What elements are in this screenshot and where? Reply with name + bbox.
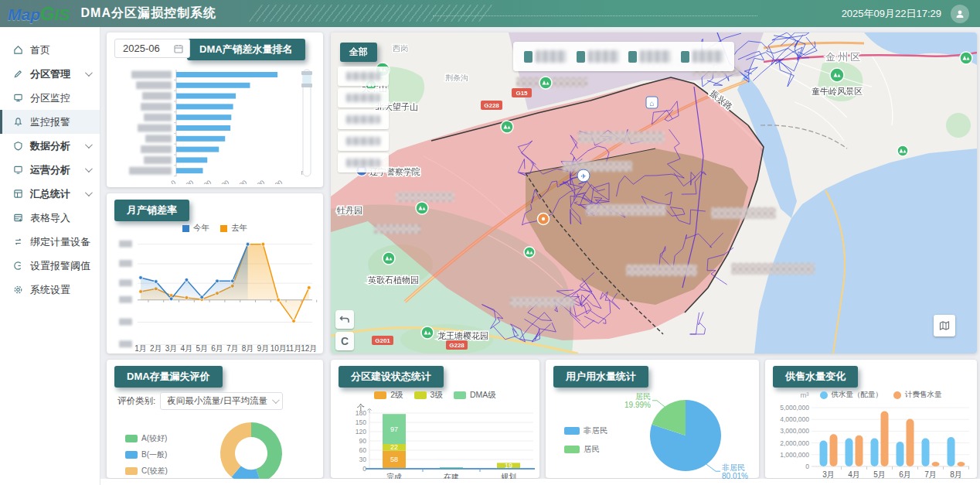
legend-this-year[interactable]: 今年 [182,223,209,234]
sidebar-item-9[interactable]: 设置报警阈值 [0,254,100,278]
map-zone-list-item[interactable] [338,153,389,172]
svg-text:7月: 7月 [924,470,937,479]
svg-text:6月: 6月 [211,344,223,353]
chevron-down-icon [85,69,93,77]
svg-text:1,000,000: 1,000,000 [780,451,809,459]
chevron-down-icon [85,189,93,196]
supply-bar-chart[interactable]: 01,000,0002,000,0003,000,0004,000,0005,0… [768,400,974,483]
gauge-icon [13,261,23,271]
legend-grade-c[interactable]: C(较差) [125,466,168,476]
svg-text:60: 60 [359,446,367,454]
legend-color-block [524,51,533,63]
svg-text:30,000: 30,000 [210,179,231,184]
svg-text:3,000,000: 3,000,000 [780,427,809,435]
sidebar-item-label: 设置报警阈值 [30,259,90,273]
table-icon [13,213,23,223]
gear-icon [13,285,23,295]
sidebar-item-label: 绑定计量设备 [30,235,90,249]
legend-dma[interactable]: DMA级 [454,390,496,401]
map-layers-button[interactable] [934,315,955,336]
map-legend-item [577,50,619,63]
evaluation-type-select[interactable]: 夜间最小流量/日平均流量 [160,392,283,410]
map-zone-list-item[interactable] [338,88,389,108]
legend-color-block [681,51,689,63]
sidebar-item-3[interactable]: 监控报警 [0,110,100,134]
svg-text:金州区: 金州区 [825,51,863,63]
map-canvas[interactable]: 西岗 荆条沟 大牛山 北大望子山 金州区 童牛岭风景区 辽宁警察学院 牡丹园 英… [331,32,977,354]
svg-text:5,000,000: 5,000,000 [780,404,809,412]
map-zone-list-item[interactable] [338,67,389,86]
svg-text:60,000: 60,000 [264,179,284,184]
sidebar-item-2[interactable]: 分区监控 [0,86,100,110]
sidebar-item-4[interactable]: 数据分析 [0,134,100,158]
svg-text:个: 个 [356,403,365,412]
map-zone-list-item[interactable] [338,110,389,129]
svg-text:G201: G201 [375,337,390,344]
month-picker[interactable] [114,39,190,58]
legend-last-year[interactable]: 去年 [220,223,247,234]
monthly-line-chart[interactable]: 1月2月3月4月5月6月7月8月9月10月11月12月 [110,234,320,359]
sidebar-item-5[interactable]: 运营分析 [0,158,100,182]
svg-text:12月: 12月 [301,344,317,353]
svg-text:10,000: 10,000 [175,179,196,184]
map-back-button[interactable] [335,310,354,329]
sidebar-item-8[interactable]: 绑定计量设备 [0,230,100,254]
filter-label: 评价类别: [117,395,155,407]
sidebar-item-0[interactable]: 首页 [0,38,100,62]
map-refresh-button[interactable]: C [335,332,354,350]
sidebar-item-1[interactable]: 分区管理 [0,62,100,86]
map-legend-item [681,50,723,63]
sidebar-item-label: 数据分析 [30,139,70,153]
svg-text:0: 0 [169,179,177,184]
legend-nonresident[interactable]: 非居民 [564,425,608,436]
month-picker-input[interactable] [121,42,169,55]
panel-title: DMA产销差水量排名 [187,39,305,60]
panel-leak-evaluation: DMA存量漏失评价 评价类别: 夜间最小流量/日平均流量 A(较好) B(一般)… [107,360,323,478]
legend-grade-a[interactable]: A(较好) [125,433,168,444]
sidebar-item-6[interactable]: 汇总统计 [0,182,100,206]
footer-strip [100,479,980,485]
svg-text:20,000: 20,000 [192,179,213,184]
svg-text:90: 90 [359,437,367,445]
svg-text:3月: 3月 [165,344,178,353]
bind-icon [13,237,23,247]
sidebar-item-10[interactable]: 系统设置 [0,278,100,302]
leak-donut-chart[interactable] [191,415,307,485]
rank-bar-chart[interactable]: 010,00020,00030,00040,00050,00060,000m³ [110,62,320,184]
svg-text:G228: G228 [484,102,499,109]
sidebar-item-label: 分区管理 [30,67,70,81]
legend-level2[interactable]: 2级 [374,390,403,401]
svg-text:G228: G228 [449,342,464,349]
legend-level3[interactable]: 3级 [414,390,443,401]
datetime-label: 2025年09月22日17:29 [842,7,941,21]
map-panel[interactable]: 西岗 荆条沟 大牛山 北大望子山 金州区 童牛岭风景区 辽宁警察学院 牡丹园 英… [331,32,977,354]
svg-text:97: 97 [390,425,398,433]
undo-icon [339,314,350,325]
map-filter-all-button[interactable]: 全部 [340,43,377,62]
sidebar-item-label: 系统设置 [30,283,70,297]
usage-pie-chart[interactable]: 居民19.99%非居民80.01% [614,388,754,479]
svg-text:龙王塘樱花园: 龙王塘樱花园 [437,331,488,340]
sidebar-item-label: 运营分析 [30,163,70,177]
svg-text:荆条沟: 荆条沟 [445,73,468,82]
sidebar: 首页分区管理分区监控监控报警数据分析运营分析汇总统计表格导入绑定计量设备设置报警… [0,27,100,485]
svg-text:58: 58 [390,456,398,463]
legend-supply[interactable]: 供水量（配量） [820,390,883,400]
legend-grade-b[interactable]: B(一般) [125,449,168,460]
map-zone-list-item[interactable] [338,131,389,151]
construction-stacked-bar-chart[interactable]: 0306090120150180个582297完成在建19规划 [334,401,536,485]
svg-text:19.99%: 19.99% [624,401,651,409]
user-avatar[interactable] [951,5,969,23]
sidebar-item-7[interactable]: 表格导入 [0,206,100,230]
svg-text:10月: 10月 [271,344,287,353]
svg-text:⌂: ⌂ [649,99,654,108]
calendar-icon [174,44,183,53]
svg-text:30: 30 [359,456,367,463]
svg-text:9月: 9月 [257,344,270,353]
legend-billed[interactable]: 计费售水量 [893,390,942,400]
chevron-down-icon [272,396,280,404]
main-content: DMA产销差水量排名 010,00020,00030,00040,00050,0… [100,27,980,485]
svg-text:4,000,000: 4,000,000 [780,415,809,423]
legend-resident[interactable]: 居民 [564,444,608,455]
svg-text:50,000: 50,000 [246,179,267,184]
